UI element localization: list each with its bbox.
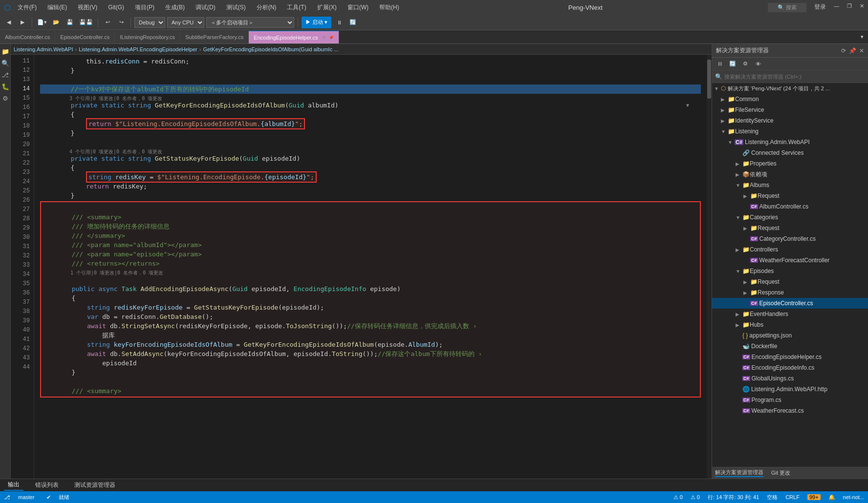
tree-item-albums-request[interactable]: ▶ 📁 Request — [712, 190, 868, 201]
tree-item-program[interactable]: C# Program.cs — [712, 395, 868, 405]
tree-item-globalusings[interactable]: C# GlobalUsings.cs — [712, 373, 868, 384]
breadcrumb-method[interactable]: GetKeyForEncodingEpisodeIdsOfAlbum(Guid … — [203, 46, 338, 52]
new-project-btn[interactable]: 📄▾ — [36, 17, 48, 28]
menu-project[interactable]: 项目(P) — [131, 2, 158, 13]
output-tab[interactable]: 输出 — [4, 480, 23, 491]
tree-item-properties[interactable]: ▶ 📁 Properties — [712, 158, 868, 169]
redo-btn[interactable]: ↪ — [115, 17, 127, 28]
tree-item-fileservice[interactable]: ▶ 📁 FileService — [712, 105, 868, 115]
tree-item-connected-services[interactable]: 🔗 Connected Services — [712, 147, 868, 158]
tree-item-listening[interactable]: ▼ 📁 Listening — [712, 126, 868, 137]
tree-item-weather-ctrl[interactable]: C# WeatherForecastController — [712, 255, 868, 266]
se-search-input[interactable] — [724, 74, 865, 80]
git-icon[interactable]: ⎇ — [1, 70, 10, 79]
se-tab-git[interactable]: Git 更改 — [771, 469, 790, 477]
tree-item-categories[interactable]: ▼ 📁 Categories — [712, 212, 868, 223]
menu-test[interactable]: 测试(S) — [222, 2, 250, 13]
se-tab-solution[interactable]: 解决方案资源管理器 — [715, 469, 763, 477]
tree-item-episodecontroller[interactable]: C# EpisodeController.cs — [712, 298, 868, 309]
se-collapse-btn[interactable]: ⊟ — [714, 58, 726, 70]
tree-item-encodinghelper[interactable]: C# EncodingEpisodeHelper.cs — [712, 352, 868, 362]
menu-file[interactable]: 文件(F) — [14, 2, 41, 13]
se-sync-btn[interactable]: ⟳ — [841, 47, 846, 54]
tree-item-http[interactable]: 🌐 Listening.Admin.WebAPI.http — [712, 384, 868, 395]
tree-item-episodes-response[interactable]: ▶ 📁 Response — [712, 287, 868, 298]
menu-build[interactable]: 生成(B) — [161, 2, 189, 13]
tree-item-controllers[interactable]: ▶ 📁 Controllers — [712, 244, 868, 255]
error-list-tab[interactable]: 错误列表 — [31, 480, 63, 490]
solution-root[interactable]: ▼ ⬡ 解决方案 'Peng-VNext' (24 个项目，共 2 ... — [712, 83, 868, 94]
tree-item-identityservice[interactable]: ▶ 📁 IdentityService — [712, 115, 868, 126]
tree-item-eventhandlers[interactable]: ▶ 📁 EventHandlers — [712, 309, 868, 319]
se-close-btn[interactable]: ✕ — [859, 47, 864, 54]
save-all-btn[interactable]: 💾💾 — [78, 17, 94, 28]
tree-item-albumcontroller[interactable]: C# AlbumController.cs — [712, 201, 868, 212]
tab-subtitleparser[interactable]: SubtitleParserFactory.cs — [180, 31, 249, 43]
tree-item-encodinginfo[interactable]: C# EncodingEpisodeInfo.cs — [712, 362, 868, 373]
tab-ilistening[interactable]: IListeningRepository.cs — [115, 31, 180, 43]
menu-help[interactable]: 帮助(H) — [375, 2, 403, 13]
encinfo-cs-icon: C# — [742, 365, 750, 370]
open-btn[interactable]: 📂 — [50, 17, 62, 28]
extensions-icon[interactable]: ⚙ — [1, 94, 10, 103]
forward-button[interactable]: ▶ — [17, 17, 28, 28]
platform-dropdown[interactable]: Any CPU — [167, 17, 204, 28]
reload-btn[interactable]: 🔄 — [347, 17, 359, 28]
back-button[interactable]: ◀ — [3, 17, 15, 28]
tree-item-weatherforecast[interactable]: C# WeatherForecast.cs — [712, 405, 868, 416]
search-box[interactable]: 🔍 搜索 — [768, 3, 806, 12]
menu-tools[interactable]: 工具(T) — [283, 2, 310, 13]
breadcrumb-class[interactable]: Listening.Admin.WebAPI.EncodingEpisodeHe… — [79, 46, 197, 52]
menu-view[interactable]: 视图(V) — [74, 2, 101, 13]
test-explorer-tab[interactable]: 测试资源管理器 — [70, 480, 119, 490]
tree-item-dockerfile[interactable]: 🐋 Dockerfile — [712, 341, 868, 352]
code-scroll-area[interactable]: this.redisConn = redisConn; } //一个kv对中保存… — [34, 55, 707, 479]
scrollbar-thumb[interactable] — [707, 60, 711, 99]
ep-res-arrow: ▶ — [743, 290, 750, 295]
tree-item-albums[interactable]: ▼ 📁 Albums — [712, 180, 868, 190]
debug-icon[interactable]: 🐛 — [1, 82, 10, 91]
startup-projects-dropdown[interactable]: ＜多个启动项目＞ — [206, 17, 294, 28]
tree-item-episodes-request[interactable]: ▶ 📁 Request — [712, 276, 868, 287]
search-icon[interactable]: 🔍 — [1, 59, 10, 67]
tab-overflow-btn[interactable]: ▾ — [856, 30, 868, 43]
menu-window[interactable]: 窗口(W) — [344, 2, 372, 13]
menu-analyze[interactable]: 分析(N) — [253, 2, 281, 13]
tab-episodecontroller[interactable]: EpisodeController.cs — [55, 31, 115, 43]
close-button[interactable]: ✕ — [860, 3, 864, 12]
notification-icon[interactable]: 🔔 — [828, 494, 835, 501]
start-button[interactable]: ▶ 启动 ▾ — [302, 17, 331, 28]
explorer-icon[interactable]: 📁 — [1, 47, 10, 56]
menu-edit[interactable]: 编辑(E) — [43, 2, 71, 13]
tab-encodingepisodehelper[interactable]: EncodingEpisodeHelper.cs ✕ 📌 — [249, 31, 339, 43]
minimize-button[interactable]: — — [834, 3, 839, 12]
error-count: ⚠ 0 — [673, 494, 683, 501]
menu-extensions[interactable]: 扩展(X) — [313, 2, 341, 13]
se-pin-btn[interactable]: 📌 — [849, 47, 856, 54]
se-refresh-btn[interactable]: 🔄 — [727, 58, 738, 70]
se-filter-btn[interactable]: ⚙ — [739, 58, 751, 70]
se-preview-btn[interactable]: 👁 — [752, 58, 764, 70]
tab-albumcontroller[interactable]: AlbumController.cs — [0, 31, 55, 43]
tree-item-episodes[interactable]: ▼ 📁 Episodes — [712, 266, 868, 276]
save-btn[interactable]: 💾 — [64, 17, 76, 28]
pause-btn[interactable]: ⏸ — [333, 17, 345, 28]
minimap[interactable] — [707, 55, 712, 479]
tab-pin-icon[interactable]: 📌 — [328, 35, 334, 40]
tree-item-appsettings[interactable]: { } appsettings.json — [712, 330, 868, 341]
breadcrumb-webapi[interactable]: Listening.Admin.WebAPI — [14, 46, 73, 52]
tree-item-listening-webapi[interactable]: ▼ C# Listening.Admin.WebAPI — [712, 137, 868, 147]
tab-close-icon[interactable]: ✕ — [322, 35, 326, 40]
restore-button[interactable]: ❐ — [847, 3, 852, 12]
tree-item-deps[interactable]: ▶ 📦 依赖项 — [712, 169, 868, 180]
signin-button[interactable]: 登录 — [814, 3, 826, 12]
tree-item-common[interactable]: ▶ 📁 Common — [712, 94, 868, 105]
tree-item-hubs[interactable]: ▶ 📁 Hubs — [712, 319, 868, 330]
tree-item-categorycontroller[interactable]: C# CategoryController.cs — [712, 233, 868, 244]
menu-debug[interactable]: 调试(D) — [192, 2, 219, 13]
menu-git[interactable]: Git(G) — [104, 3, 128, 12]
se-search-bar[interactable]: 🔍 — [712, 70, 868, 83]
tree-item-categories-request[interactable]: ▶ 📁 Request — [712, 223, 868, 233]
debug-mode-dropdown[interactable]: Debug — [134, 17, 165, 28]
undo-btn[interactable]: ↩ — [102, 17, 113, 28]
